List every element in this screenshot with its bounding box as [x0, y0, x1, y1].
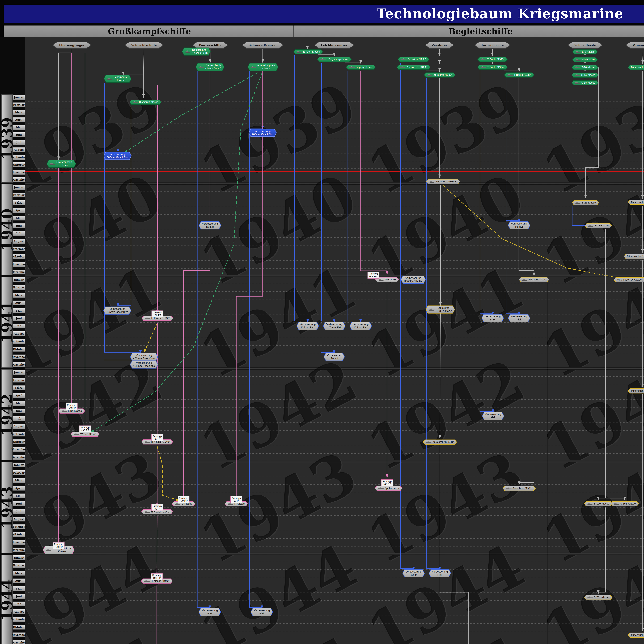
tech-node[interactable]: Deutschland- Klasse (1932) [196, 63, 224, 71]
tech-node[interactable]: Scharnhorst- Klasse [104, 75, 132, 83]
tech-node[interactable]: Verbesserung Rumpf [402, 569, 425, 577]
tech-node[interactable]: Verbesserung Hauptgeschütze [401, 276, 426, 284]
tech-node[interactable]: Verbesserung Flak [251, 608, 273, 616]
month-label-Juli-1944: Juli [13, 601, 25, 606]
tech-node[interactable]: S-26-Klasse [572, 200, 599, 205]
year-panel-1943: 1943 [1, 462, 13, 553]
year-label: 1941 [0, 301, 16, 343]
tech-node-label: S-151-Klasse [620, 502, 636, 505]
tech-node[interactable]: Verbesserter Rumpf [324, 353, 345, 361]
month-gridline [25, 392, 644, 392]
tech-node[interactable]: T-Boote "1935" [504, 72, 534, 78]
tech-node[interactable]: Verbesserung 380mm Geschütze [104, 152, 132, 160]
tech-node[interactable]: Weser-Klasse [70, 432, 99, 437]
tech-node[interactable]: Verbesserung Rumpf [199, 221, 221, 229]
group-divider [293, 26, 294, 37]
arrowhead [117, 303, 119, 307]
tech-node[interactable]: Verbesserung 105mm Flak [349, 322, 372, 330]
connector-gr [124, 73, 258, 153]
arrowhead [438, 175, 441, 178]
tech-node[interactable]: Leipzig-Klasse [346, 65, 376, 70]
month-label-März-1943: März [13, 478, 25, 483]
tech-node[interactable]: S-2-Klasse [572, 49, 598, 54]
tech-node[interactable]: Zerstörer "1936 B" [423, 439, 457, 445]
tech-node[interactable]: Zerstörer "1936" [424, 72, 455, 78]
tech-node[interactable]: Zerstörer "1936 A Mob." [426, 305, 455, 313]
year-panel-1944: 1944 [1, 555, 13, 644]
arrowhead [386, 271, 388, 275]
tech-node[interactable]: Verbesserung Flak [482, 412, 504, 420]
ship-icon [427, 74, 433, 76]
tech-node[interactable]: Geleitboot "1941" [503, 486, 536, 491]
tech-node[interactable]: Zerstörer "1936 A" [426, 179, 460, 184]
tech-node[interactable]: S-151-Klasse [610, 501, 639, 506]
lane-pill-Schnellboote: Schnellboote [568, 42, 603, 49]
tech-node[interactable]: Verbesserung Flak [429, 569, 451, 577]
month-label-Mai-1942: Mai [13, 401, 25, 406]
connector-g [59, 48, 72, 160]
tech-node[interactable]: Bismarck-Klasse [129, 100, 162, 105]
tech-node[interactable]: Zerstörer "1934 A" [397, 65, 431, 70]
tech-node[interactable]: Verbesserung 203mm Geschütze [249, 129, 277, 137]
tech-node[interactable]: T-Boote "1924" [477, 65, 508, 70]
tech-node-label: Minenleger "A-Klasse" [617, 278, 643, 281]
tech-node[interactable]: Verbesserung 105mm Flak [296, 322, 319, 330]
lane-pill-label: Torpedoboote [475, 42, 510, 48]
month-gridline [25, 477, 644, 477]
year-watermark: 1945 [357, 623, 535, 644]
year-panel-1939: 1939 [1, 94, 13, 183]
month-label-März-1939: März [13, 110, 25, 115]
month-label-August-1943: August [13, 517, 25, 522]
tech-node[interactable]: Verbesserung Rumpf [508, 221, 530, 229]
tech-node[interactable]: S-7-Klasse [572, 57, 598, 62]
year-band-separator [25, 182, 644, 185]
month-label-August-1941: August [13, 331, 25, 336]
lane-pill-label: Flugzeugträger [53, 42, 91, 48]
tech-node[interactable]: Graf Zeppelin- Klasse [47, 160, 76, 168]
tech-node[interactable]: Verbesserung 105mm Geschütze [103, 306, 131, 315]
ship-icon [614, 503, 619, 505]
tech-node[interactable]: T-Boote "1939" [519, 277, 549, 282]
tech-node[interactable]: Verbesserung Flak [199, 608, 221, 616]
tech-node[interactable]: Verbesserung 105mm Geschütze [130, 360, 158, 368]
tech-node[interactable]: S-701-Klasse [584, 595, 612, 600]
tech-node[interactable]: Verbesserung Flak [508, 314, 530, 322]
tech-node[interactable]: T-Boote "1923" [477, 57, 508, 62]
tech-node-label: Verbesserung Flak [202, 609, 218, 615]
tech-node[interactable]: Deutschland- Klasse (1908) [182, 47, 211, 56]
tech-node[interactable]: Verbesserung Flak [481, 314, 504, 322]
month-gridline [25, 600, 644, 601]
tech-node[interactable]: Königsberg-Klasse [317, 57, 352, 62]
tech-node[interactable]: Minensucher "1939 (Mob.)" [624, 254, 644, 259]
tech-node[interactable]: Minensucher "1938" [628, 200, 644, 205]
tech-node[interactable]: Emden-Klasse [293, 49, 323, 54]
tech-node[interactable]: Minensucher "1943" [628, 633, 644, 638]
tech-node[interactable]: Minensucher "1935" [628, 65, 644, 70]
tech-node[interactable]: Spähkreuzer [375, 486, 402, 491]
month-gridline [25, 284, 644, 284]
tech-node[interactable]: Minensucher "1940" [628, 388, 644, 393]
month-label-März-1941: März [13, 293, 25, 298]
arrowhead [641, 628, 644, 631]
month-gridline [25, 446, 644, 446]
tech-node[interactable]: S-10-Klasse [571, 65, 599, 70]
tech-node-label: Verbesserung 380mm Geschütze [107, 153, 128, 159]
month-label-November-1943: November [13, 540, 25, 545]
tech-node[interactable]: S-18-Klasse [571, 80, 599, 85]
tech-node-label: Zerstörer "1934" [408, 58, 426, 61]
tech-node[interactable]: S-38-Klasse [585, 223, 612, 228]
month-label-März-1944: März [13, 571, 25, 576]
connector-g [318, 55, 334, 56]
month-label-Februar-1940: Februar [13, 193, 25, 197]
tech-node[interactable]: S-100-Klasse [584, 501, 612, 506]
tech-node[interactable]: Admiral Hipper- Klasse [247, 63, 278, 71]
month-label-Februar-1942: Februar [13, 378, 25, 383]
tech-node[interactable]: Verbesserung 400mm Geschütze [130, 353, 158, 361]
tech-node[interactable]: S-14-Klasse [571, 73, 599, 78]
tech-node[interactable]: Verbesserung 105mm Flak [323, 322, 345, 330]
ship-icon [50, 163, 56, 165]
ship-icon [588, 225, 594, 227]
tech-node[interactable]: Minenleger "A-Klasse" [614, 277, 644, 282]
tech-node[interactable]: Zerstörer "1934" [398, 57, 429, 62]
month-gridline [25, 469, 644, 469]
